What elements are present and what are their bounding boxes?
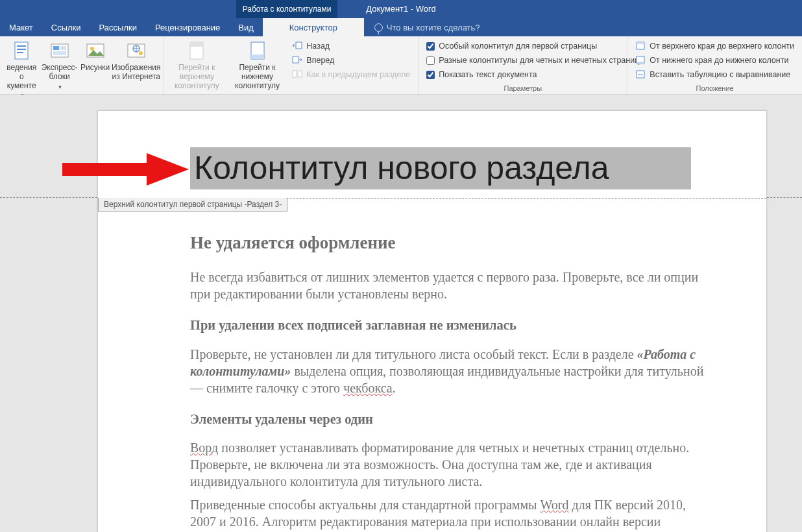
svg-rect-7	[53, 51, 66, 55]
picture-icon	[85, 40, 106, 61]
goto-footer-icon	[247, 40, 268, 61]
tab-layout-label: Макет	[9, 23, 33, 32]
header-from-top-label: От верхнего края до верхнего колонти	[650, 42, 794, 51]
tab-references[interactable]: Ссылки	[42, 18, 90, 36]
heading-2: Не удаляется оформление	[190, 232, 709, 254]
heading-3: Элементы удалены через один	[190, 411, 709, 428]
svg-point-12	[139, 51, 143, 55]
group-navigation: Перейти к верхнему колонтитулу Перейти к…	[164, 36, 419, 94]
alignment-tab-icon	[635, 69, 646, 80]
document-icon	[11, 40, 32, 61]
doc-info-button[interactable]: ведения о кументе▼	[3, 38, 40, 102]
tab-design[interactable]: Конструктор	[263, 18, 364, 36]
paragraph: Проверьте, не установлен ли для титульно…	[190, 346, 709, 396]
header-text[interactable]: Колонтитул нового раздела	[190, 147, 691, 189]
tab-view[interactable]: Вид	[229, 18, 263, 36]
link-previous-button: Как в предыдущем разделе	[289, 67, 413, 82]
lightbulb-icon	[374, 23, 383, 32]
svg-rect-1	[17, 45, 26, 47]
option-show-document-label: Показать текст документа	[439, 70, 537, 79]
nav-next-label: Вперед	[306, 56, 334, 65]
document-body: Не удаляется оформление Не всегда избави…	[190, 232, 709, 532]
goto-header-icon	[186, 40, 207, 61]
ribbon-tabs: Макет Ссылки Рассылки Рецензирование Вид…	[0, 18, 802, 36]
svg-rect-6	[60, 46, 66, 50]
group-options: Особый колонтитул для первой страницы Ра…	[419, 36, 627, 94]
next-icon	[292, 55, 302, 66]
footer-from-bottom[interactable]: От нижнего края до нижнего колонти	[633, 53, 797, 67]
option-first-page-checkbox[interactable]	[426, 42, 435, 51]
header-boundary-line	[767, 197, 802, 198]
document-workspace[interactable]: Колонтитул нового раздела Верхний колонт…	[0, 95, 802, 532]
group-position-label: Положение	[630, 83, 799, 94]
title-bar: Работа с колонтитулами Документ1 - Word	[0, 0, 802, 18]
group-position: От верхнего края до верхнего колонти От …	[627, 36, 802, 94]
tab-review[interactable]: Рецензирование	[146, 18, 229, 36]
option-odd-even-checkbox[interactable]	[426, 56, 435, 65]
spellcheck-error: Word	[541, 498, 569, 512]
online-pictures-label: Изображения из Интернета	[112, 64, 160, 82]
nav-previous-label: Назад	[306, 42, 330, 51]
quick-parts-icon	[49, 40, 70, 61]
header-from-top[interactable]: От верхнего края до верхнего колонти	[633, 39, 797, 53]
svg-rect-0	[15, 42, 28, 59]
text-run: позволяет устанавливать форматирование д…	[190, 441, 689, 489]
header-section-tab: Верхний колонтитул первой страницы -Разд…	[98, 198, 287, 212]
contextual-tab-label: Работа с колонтитулами	[243, 5, 332, 14]
text-run: Проверьте, не установлен ли для титульно…	[190, 347, 637, 361]
document-title: Документ1 - Word	[366, 4, 435, 14]
link-previous-icon	[292, 69, 302, 80]
header-boundary-line	[0, 197, 97, 198]
option-first-page-label: Особый колонтитул для первой страницы	[439, 42, 597, 51]
doc-info-label: ведения о кументе	[6, 64, 36, 90]
page: Колонтитул нового раздела Верхний колонт…	[97, 110, 767, 532]
svg-rect-19	[293, 71, 297, 77]
footer-from-bottom-label: От нижнего края до нижнего колонти	[650, 56, 788, 65]
tell-me-search[interactable]: Что вы хотите сделать?	[364, 18, 480, 36]
nav-next-button[interactable]: Вперед	[289, 53, 413, 67]
online-pictures-button[interactable]: Изображения из Интернета	[112, 38, 160, 84]
svg-rect-17	[296, 42, 302, 49]
goto-header-label: Перейти к верхнему колонтитулу	[170, 64, 224, 90]
ribbon: ведения о кументе▼ Экспресс- блоки▼ Рису…	[0, 36, 802, 95]
footer-distance-icon	[635, 55, 646, 66]
tab-review-label: Рецензирование	[155, 23, 220, 32]
svg-rect-5	[53, 46, 59, 50]
insert-alignment-tab-label: Вставить табуляцию с выравнивание	[650, 70, 790, 79]
svg-rect-2	[17, 49, 26, 50]
heading-3: При удалении всех подписей заглавная не …	[190, 317, 709, 334]
goto-footer-button[interactable]: Перейти к нижнему колонтитулу	[228, 38, 287, 93]
spellcheck-error: чекбокса	[343, 381, 393, 395]
tab-references-label: Ссылки	[51, 23, 81, 32]
option-show-document-checkbox[interactable]	[426, 71, 435, 79]
svg-rect-24	[637, 62, 644, 64]
contextual-tab-header: Работа с колонтитулами	[236, 0, 337, 18]
option-show-document[interactable]: Показать текст документа	[424, 67, 622, 82]
goto-footer-label: Перейти к нижнему колонтитулу	[232, 64, 284, 90]
group-insert: ведения о кументе▼ Экспресс- блоки▼ Рису…	[0, 36, 164, 94]
text-run: Приведенные способы актуальны для станда…	[190, 498, 541, 512]
group-options-label: Параметры	[421, 83, 624, 94]
svg-rect-3	[17, 52, 23, 53]
paragraph: Ворд позволяет устанавливать форматирова…	[190, 439, 709, 490]
pictures-button[interactable]: Рисунки	[79, 38, 112, 75]
pictures-label: Рисунки	[80, 64, 110, 73]
nav-previous-button[interactable]: Назад	[289, 39, 413, 53]
tab-view-label: Вид	[238, 23, 254, 32]
tab-design-label: Конструктор	[289, 23, 337, 32]
header-distance-icon	[635, 41, 646, 51]
goto-header-button: Перейти к верхнему колонтитулу	[166, 38, 228, 93]
option-first-page[interactable]: Особый колонтитул для первой страницы	[424, 39, 622, 53]
svg-point-9	[90, 47, 94, 51]
quick-parts-label: Экспресс- блоки	[42, 64, 78, 82]
tell-me-placeholder: Что вы хотите сделать?	[387, 23, 480, 32]
quick-parts-button[interactable]: Экспресс- блоки▼	[40, 38, 78, 93]
dropdown-caret-icon: ▼	[58, 84, 63, 90]
svg-rect-14	[190, 42, 203, 47]
tab-layout[interactable]: Макет	[0, 18, 42, 36]
previous-icon	[292, 41, 302, 51]
insert-alignment-tab[interactable]: Вставить табуляцию с выравнивание	[633, 67, 797, 82]
option-odd-even[interactable]: Разные колонтитулы для четных и нечетных…	[424, 53, 622, 67]
option-odd-even-label: Разные колонтитулы для четных и нечетных…	[439, 56, 639, 65]
tab-mailings[interactable]: Рассылки	[90, 18, 146, 36]
